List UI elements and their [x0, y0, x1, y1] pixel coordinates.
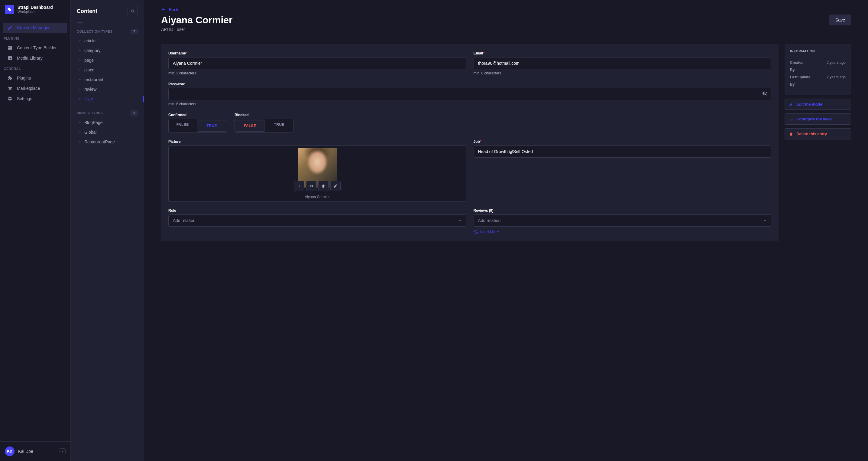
sec-item-global[interactable]: Global	[71, 127, 144, 137]
password-label: Password	[168, 82, 771, 86]
save-button[interactable]: Save	[829, 15, 851, 25]
eye-off-icon	[762, 91, 768, 96]
created-by-label: By	[790, 68, 795, 72]
configure-view-button[interactable]: Configure the view	[784, 113, 851, 125]
picture-label: Picture	[168, 140, 466, 144]
confirmed-false[interactable]: FALSE	[168, 119, 197, 133]
reviews-label: Reviews (9)	[473, 208, 772, 213]
collection-count-badge: 7	[130, 29, 138, 34]
blocked-toggle: FALSE TRUE	[235, 119, 293, 133]
confirmed-true[interactable]: TRUE	[198, 120, 226, 132]
nav-label: Media Library	[17, 56, 42, 60]
email-hint: min. 6 characters	[473, 71, 772, 75]
picture-delete-button[interactable]	[318, 181, 329, 191]
nav-content-type-builder[interactable]: Content-Type Builder	[3, 42, 67, 53]
job-input[interactable]	[473, 145, 772, 157]
svg-rect-1	[9, 9, 11, 11]
pencil-icon	[333, 184, 338, 188]
information-heading: INFORMATION	[790, 49, 846, 56]
list-icon	[789, 117, 793, 121]
picture-edit-button[interactable]	[330, 181, 341, 191]
chevron-down-icon	[458, 219, 462, 222]
nav-content-manager[interactable]: Content Manager	[3, 23, 67, 33]
cart-icon	[7, 86, 13, 91]
sec-item-category[interactable]: category	[71, 46, 144, 55]
picture-add-button[interactable]	[294, 181, 304, 191]
edit-model-button[interactable]: Edit the model	[784, 98, 851, 110]
configure-view-label: Configure the view	[796, 117, 831, 121]
delete-entry-button[interactable]: Delete this entry	[784, 128, 851, 140]
delete-entry-label: Delete this entry	[796, 132, 827, 136]
search-icon	[130, 9, 135, 13]
side-column: INFORMATION Created2 years ago By Last u…	[784, 44, 851, 241]
nav-heading-plugins: PLUGINS	[0, 34, 70, 42]
job-label: Job*	[473, 140, 772, 144]
sec-item-article[interactable]: article	[71, 36, 144, 46]
created-label: Created	[790, 60, 804, 65]
primary-sidebar: Strapi Dashboard Workplace Content Manag…	[0, 0, 71, 461]
username-label: Username*	[168, 51, 466, 55]
secondary-sidebar: Content COLLECTION TYPES 7 article categ…	[71, 0, 144, 461]
arrow-left-icon	[161, 7, 166, 12]
nav-heading-general: GENERAL	[0, 64, 70, 73]
chevron-down-icon	[763, 219, 767, 222]
trash-icon	[789, 132, 793, 136]
confirmed-label: Confirmed	[168, 113, 227, 117]
confirmed-toggle: FALSE TRUE	[168, 119, 227, 133]
picture-link-button[interactable]	[306, 181, 316, 191]
brand-header: Strapi Dashboard Workplace	[0, 0, 70, 19]
username-hint: min. 3 characters	[168, 71, 466, 75]
email-input[interactable]	[473, 57, 772, 69]
search-button[interactable]	[128, 6, 138, 16]
collapse-sidebar-button[interactable]	[60, 448, 66, 454]
image-icon	[7, 56, 13, 60]
blocked-true[interactable]: TRUE	[266, 119, 293, 133]
form-card: Username* min. 3 characters Email* min. …	[161, 44, 779, 241]
nav-label: Content Manager	[17, 25, 50, 30]
sec-item-restaurantpage[interactable]: RestaurantPage	[71, 137, 144, 147]
role-label: Role	[168, 208, 466, 213]
trash-icon	[321, 184, 326, 188]
created-value: 2 years ago	[827, 60, 846, 65]
information-card: INFORMATION Created2 years ago By Last u…	[784, 44, 851, 95]
layout-icon	[7, 46, 13, 50]
sec-item-page[interactable]: page	[71, 55, 144, 65]
blocked-false[interactable]: FALSE	[236, 120, 265, 132]
nav-marketplace[interactable]: Marketplace	[3, 83, 67, 93]
nav-label: Content-Type Builder	[17, 46, 57, 50]
sec-item-review[interactable]: review	[71, 84, 144, 94]
edit-model-label: Edit the model	[796, 102, 824, 107]
main-content: Back Aiyana Cormier API ID : user Save U…	[144, 0, 868, 461]
brand-title: Strapi Dashboard	[18, 5, 53, 10]
pencil-square-icon	[7, 25, 13, 30]
gear-icon	[7, 96, 13, 101]
updated-label: Last update	[790, 75, 810, 79]
svg-point-2	[131, 10, 133, 12]
nav-settings[interactable]: Settings	[3, 93, 67, 104]
plus-icon	[297, 184, 301, 188]
updated-value: 2 years ago	[827, 75, 846, 79]
sec-item-place[interactable]: place	[71, 65, 144, 75]
role-select[interactable]: Add relation	[168, 214, 466, 227]
username-input[interactable]	[168, 57, 466, 69]
nav-plugins[interactable]: Plugins	[3, 73, 67, 83]
toggle-password-visibility[interactable]	[762, 91, 768, 97]
sec-item-user[interactable]: User	[71, 94, 144, 104]
password-input[interactable]	[168, 88, 771, 100]
nav-label: Marketplace	[17, 86, 40, 91]
nav-media-library[interactable]: Media Library	[3, 53, 67, 63]
back-link[interactable]: Back	[161, 7, 851, 12]
link-icon	[309, 184, 313, 188]
nav-label: Settings	[17, 96, 32, 101]
user-avatar[interactable]: KD	[5, 446, 14, 456]
brand-subtitle: Workplace	[18, 10, 53, 14]
load-more-label: Load More	[480, 230, 499, 234]
page-title: Aiyana Cormier	[161, 15, 233, 26]
sec-item-restaurant[interactable]: restaurant	[71, 75, 144, 84]
back-label: Back	[169, 7, 178, 12]
blocked-label: Blocked	[235, 113, 293, 117]
sec-item-blogpage[interactable]: BlogPage	[71, 118, 144, 127]
reviews-select[interactable]: Add relation	[473, 214, 772, 227]
load-more-link[interactable]: Load More	[473, 230, 772, 234]
reviews-placeholder: Add relation	[478, 218, 501, 223]
